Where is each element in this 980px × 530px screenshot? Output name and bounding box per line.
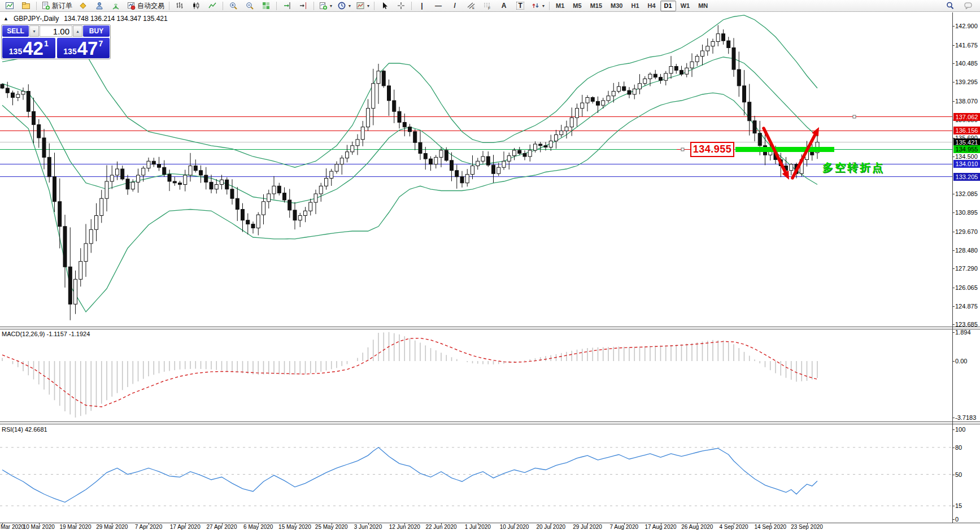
panel-separator[interactable] — [0, 424, 980, 424]
line-chart-button[interactable] — [204, 0, 220, 12]
timeframe-button-d1[interactable]: D1 — [660, 1, 676, 11]
indicators-caret-icon[interactable]: ▾ — [330, 3, 332, 8]
timeframe-button-h1[interactable]: H1 — [627, 1, 643, 11]
turning-point-annotation[interactable]: 多空转折点 — [822, 160, 885, 175]
object-selection-handle[interactable] — [853, 115, 856, 118]
candle-body — [674, 67, 678, 71]
candle-body — [6, 88, 9, 93]
expert-advisors-button[interactable] — [92, 0, 107, 12]
periods-caret-icon[interactable]: ▾ — [349, 3, 351, 8]
volume-increase-button[interactable]: ▴ — [73, 25, 82, 37]
date-axis-label: 17 Apr 2020 — [170, 524, 201, 530]
buy-price-pips: 47 — [77, 39, 98, 58]
search-button[interactable] — [942, 0, 958, 12]
chat-button[interactable] — [960, 0, 976, 12]
candlestick-chart-button[interactable] — [188, 0, 204, 12]
sell-button[interactable]: SELL — [2, 25, 29, 37]
text-icon: A — [502, 2, 507, 9]
metaeditor-button[interactable] — [75, 0, 91, 12]
candle-body — [513, 150, 516, 156]
candle-body — [158, 164, 161, 168]
bar-chart-button[interactable] — [172, 0, 188, 12]
volume-input[interactable] — [40, 25, 72, 37]
new-order-button[interactable]: 新订单 — [39, 0, 75, 12]
macd-panel-surface[interactable] — [0, 330, 952, 422]
buy-quote-button[interactable]: 135 47 7 — [57, 38, 110, 58]
arrows-tool-button[interactable]: ▾ — [529, 0, 547, 12]
zoom-in-button[interactable] — [225, 0, 241, 12]
timeframe-button-m30[interactable]: M30 — [607, 1, 626, 11]
candle-body — [147, 161, 150, 168]
trend-arrow-shaft[interactable] — [792, 134, 815, 178]
timeframe-button-m15[interactable]: M15 — [586, 1, 606, 11]
timeframe-button-m5[interactable]: M5 — [569, 1, 585, 11]
auto-scroll-button[interactable] — [279, 0, 295, 12]
equidistant-channel-icon: E — [467, 1, 476, 10]
candle-body — [617, 86, 621, 91]
price-axis-tick — [952, 212, 955, 213]
candle-body — [184, 175, 187, 185]
support-price-label[interactable]: 134.955 — [690, 142, 734, 157]
candle-body — [654, 74, 657, 77]
candle-body — [377, 71, 380, 84]
rsi-axis-tick — [952, 448, 955, 448]
one-click-collapse-icon[interactable]: ▲ — [3, 16, 8, 21]
panel-separator[interactable] — [0, 327, 980, 327]
date-axis-label: 20 Jul 2020 — [536, 524, 565, 530]
panel-separator[interactable] — [0, 329, 980, 329]
profiles-button[interactable] — [18, 0, 34, 12]
macd-axis-tick — [952, 418, 955, 418]
sell-quote-button[interactable]: 135 42 1 — [2, 38, 55, 58]
volume-decrease-button[interactable]: ▾ — [29, 25, 39, 37]
panel-separator[interactable] — [0, 422, 980, 422]
signals-button[interactable] — [108, 0, 124, 12]
candle-body — [178, 183, 182, 185]
toolbar-separator — [36, 2, 37, 10]
price-chart-surface[interactable] — [0, 12, 952, 327]
rsi-axis-label: 80 — [955, 444, 962, 451]
chart-shift-button[interactable] — [295, 0, 311, 12]
text-label-tool-button[interactable]: T — [512, 0, 528, 12]
crosshair-tool-button[interactable] — [393, 0, 409, 12]
candle-body — [523, 154, 526, 157]
candle-body — [534, 144, 537, 150]
templates-button[interactable]: ▾ — [354, 0, 372, 12]
arrows-caret-icon[interactable]: ▾ — [542, 3, 545, 8]
price-marker-box: 134.010 — [953, 160, 980, 168]
toolbar-separator — [169, 2, 169, 10]
candle-body — [27, 92, 30, 112]
object-selection-handle[interactable] — [681, 148, 684, 151]
vertical-line-tool-button[interactable]: | — [414, 0, 430, 12]
horizontal-line-tool-button[interactable]: — — [430, 0, 446, 12]
indicators-button[interactable]: ▾ — [316, 0, 334, 12]
text-tool-button[interactable]: A — [496, 0, 512, 12]
timeframe-button-h4[interactable]: H4 — [644, 1, 660, 11]
rsi-axis-tick — [952, 506, 955, 506]
templates-caret-icon[interactable]: ▾ — [367, 3, 369, 8]
zoom-out-button[interactable] — [242, 0, 258, 12]
toolbar-separator — [411, 2, 412, 10]
fibonacci-tool-button[interactable]: F — [480, 0, 495, 12]
candle-body — [256, 215, 260, 228]
trendline-tool-button[interactable]: / — [447, 0, 463, 12]
candle-body — [560, 131, 563, 135]
rsi-panel-surface[interactable] — [0, 425, 952, 523]
new-chart-button[interactable] — [2, 0, 18, 12]
candle-body — [669, 67, 673, 73]
candle-body — [695, 57, 699, 62]
channel-tool-button[interactable]: E — [463, 0, 479, 12]
tile-windows-button[interactable] — [258, 0, 274, 12]
price-axis-label: 124.875 — [955, 303, 978, 310]
date-axis-label: 3 Jun 2020 — [354, 524, 382, 530]
timeframe-button-mn[interactable]: MN — [694, 1, 712, 11]
cursor-tool-button[interactable] — [377, 0, 393, 12]
support-highlight-bar[interactable] — [735, 147, 834, 152]
candle-body — [215, 185, 218, 189]
periods-button[interactable]: ▾ — [335, 0, 353, 12]
timeframe-button-m1[interactable]: M1 — [552, 1, 568, 11]
timeframe-button-w1[interactable]: W1 — [677, 1, 694, 11]
macd-histogram — [2, 332, 817, 418]
price-marker-box: 137.062 — [953, 113, 980, 121]
auto-trading-button[interactable]: 自动交易 — [124, 0, 167, 12]
buy-button[interactable]: BUY — [83, 25, 110, 37]
